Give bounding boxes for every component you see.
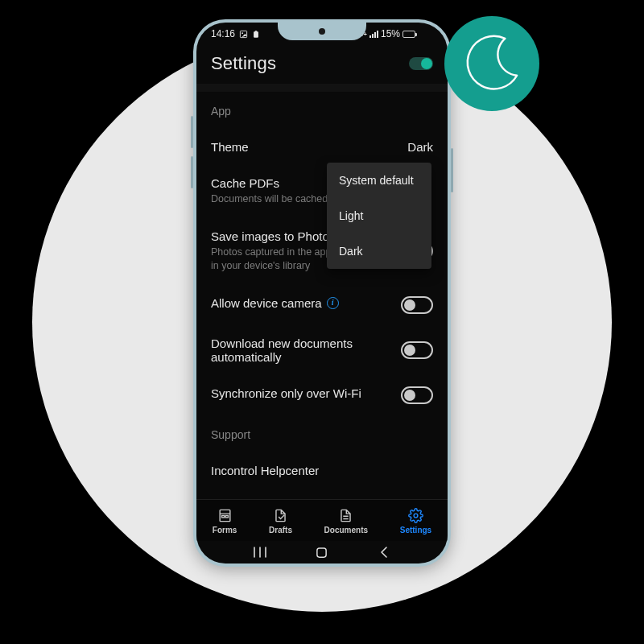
nav-documents-label: Documents xyxy=(324,526,368,535)
moon-badge xyxy=(444,16,539,111)
power-button xyxy=(451,148,453,192)
row-wifi-sync[interactable]: Synchronize only over Wi-Fi xyxy=(211,375,433,415)
nav-forms-label: Forms xyxy=(213,526,237,535)
image-icon xyxy=(239,30,248,39)
svg-point-1 xyxy=(242,32,243,34)
svg-rect-6 xyxy=(317,547,326,556)
svg-rect-4 xyxy=(225,515,228,517)
row-download-auto[interactable]: Download new documents automatically xyxy=(211,325,433,375)
row-theme-title: Theme xyxy=(211,140,401,154)
row-wifi-title: Synchronize only over Wi-Fi xyxy=(211,386,394,400)
battery-text: 15% xyxy=(381,28,400,39)
nav-drafts-label: Drafts xyxy=(269,526,292,535)
status-time: 14:16 xyxy=(211,28,235,39)
toggle-download-auto[interactable] xyxy=(401,341,433,359)
theme-option-dark[interactable]: Dark xyxy=(327,233,431,269)
info-icon[interactable]: i xyxy=(327,297,339,309)
app-header: Settings xyxy=(196,45,448,82)
nav-settings[interactable]: Settings xyxy=(400,506,431,535)
svg-rect-3 xyxy=(221,515,224,517)
header-divider xyxy=(196,84,448,92)
settings-icon xyxy=(407,506,424,524)
nav-settings-label: Settings xyxy=(400,526,431,535)
system-nav xyxy=(196,541,448,564)
phone-frame: 14:16 4G+ 15% Settings App Theme Dark xyxy=(193,19,451,567)
row-allow-camera[interactable]: Allow device camera i xyxy=(211,285,433,325)
volume-up-button xyxy=(191,116,193,148)
row-theme-value: Dark xyxy=(407,140,433,154)
drafts-icon xyxy=(272,506,290,524)
toggle-wifi-sync[interactable] xyxy=(401,386,433,404)
page-title: Settings xyxy=(211,53,276,74)
battery-icon xyxy=(402,31,415,38)
sys-recent-button[interactable] xyxy=(248,545,272,559)
support-helpcenter[interactable]: Incontrol Helpcenter xyxy=(211,452,433,489)
nav-documents[interactable]: Documents xyxy=(324,506,368,535)
moon-icon xyxy=(459,31,525,97)
theme-option-light[interactable]: Light xyxy=(327,198,431,233)
sys-back-button[interactable] xyxy=(372,545,396,559)
sys-home-button[interactable] xyxy=(310,545,334,559)
section-label-support: Support xyxy=(211,415,433,452)
toggle-allow-camera[interactable] xyxy=(401,296,433,314)
volume-down-button xyxy=(191,156,193,188)
row-camera-title: Allow device camera xyxy=(211,296,322,310)
section-label-app: App xyxy=(211,92,433,129)
notch xyxy=(278,23,366,40)
row-theme[interactable]: Theme Dark xyxy=(211,129,433,165)
signal-icon xyxy=(369,31,378,38)
nav-forms[interactable]: Forms xyxy=(213,506,237,535)
nav-drafts[interactable]: Drafts xyxy=(269,506,292,535)
svg-point-5 xyxy=(414,514,418,518)
row-download-title: Download new documents automatically xyxy=(211,336,394,364)
documents-icon xyxy=(337,506,355,524)
sync-status-pill[interactable] xyxy=(409,57,433,70)
battery-saver-icon xyxy=(252,30,260,39)
forms-icon xyxy=(216,506,233,524)
theme-dropdown: System default Light Dark xyxy=(327,163,431,269)
bottom-nav: Forms Drafts Documents Settings xyxy=(196,499,448,541)
theme-option-system-default[interactable]: System default xyxy=(327,163,431,198)
